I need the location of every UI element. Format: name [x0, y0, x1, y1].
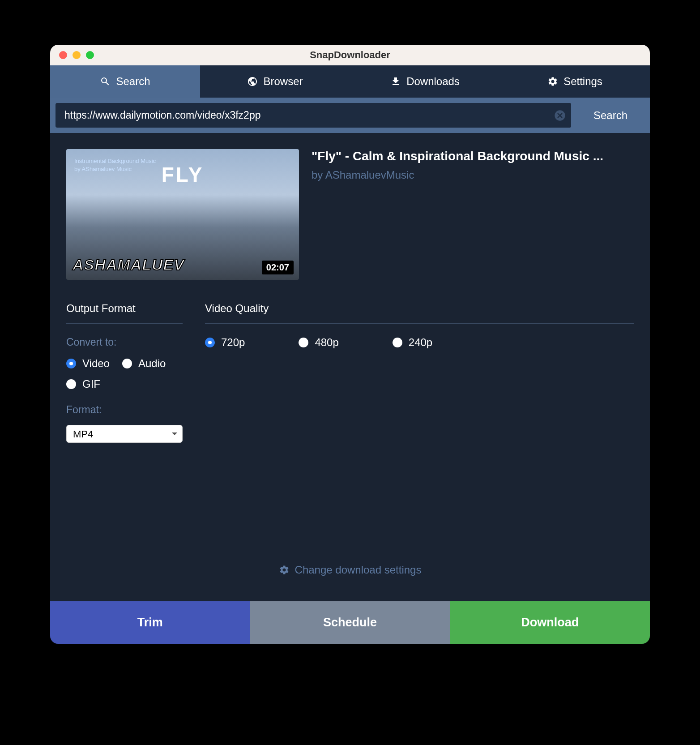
traffic-lights: [50, 51, 94, 59]
radio-audio[interactable]: Audio: [122, 357, 166, 370]
thumbnail-caption: Instrumental Background Music by AShamal…: [74, 157, 156, 173]
schedule-button[interactable]: Schedule: [250, 601, 450, 644]
video-title: "Fly" - Calm & Inspirational Background …: [312, 149, 634, 163]
format-select[interactable]: MP4: [66, 425, 183, 443]
radio-gif[interactable]: GIF: [66, 378, 100, 390]
radio-label: 480p: [315, 336, 338, 349]
radio-label: GIF: [82, 378, 100, 390]
video-quality-header: Video Quality: [205, 302, 634, 324]
change-settings-label: Change download settings: [295, 564, 422, 576]
maximize-window-button[interactable]: [86, 51, 94, 59]
duration-badge: 02:07: [262, 261, 294, 274]
gear-icon: [547, 76, 558, 87]
video-info: Instrumental Background Music by AShamal…: [66, 149, 634, 280]
tab-label: Settings: [563, 75, 602, 88]
radio-720p[interactable]: 720p: [205, 336, 245, 349]
change-download-settings-link[interactable]: Change download settings: [66, 550, 634, 585]
clear-input-button[interactable]: [549, 103, 571, 128]
format-label: Format:: [66, 404, 183, 416]
radio-label: 720p: [221, 336, 245, 349]
output-format-section: Output Format Convert to: Video Audio GI…: [66, 302, 183, 443]
search-bar: Search: [50, 98, 650, 133]
tab-settings[interactable]: Settings: [500, 65, 650, 98]
tab-label: Browser: [263, 75, 303, 88]
radio-label: Audio: [138, 357, 166, 370]
url-input[interactable]: [55, 103, 571, 128]
radio-indicator: [66, 359, 76, 368]
radio-indicator: [122, 359, 132, 368]
close-window-button[interactable]: [59, 51, 67, 59]
minimize-window-button[interactable]: [73, 51, 81, 59]
options-row: Output Format Convert to: Video Audio GI…: [66, 302, 634, 443]
thumb-caption-line: Instrumental Background Music: [74, 157, 156, 165]
format-select-wrap: MP4: [66, 425, 183, 443]
radio-indicator: [299, 338, 308, 347]
action-bar: Trim Schedule Download: [50, 601, 650, 644]
search-button[interactable]: Search: [576, 103, 645, 128]
content-area: Instrumental Background Music by AShamal…: [50, 133, 650, 601]
titlebar: SnapDownloader: [50, 45, 650, 65]
quality-options: 720p 480p 240p: [205, 336, 634, 349]
radio-video[interactable]: Video: [66, 357, 110, 370]
radio-label: 240p: [409, 336, 432, 349]
convert-options: Video Audio GIF: [66, 357, 183, 390]
window-title: SnapDownloader: [310, 49, 390, 61]
radio-480p[interactable]: 480p: [299, 336, 338, 349]
tab-downloads[interactable]: Downloads: [350, 65, 500, 98]
video-quality-section: Video Quality 720p 480p 240p: [205, 302, 634, 443]
globe-icon: [247, 76, 258, 87]
app-window: SnapDownloader Search Browser Downloads …: [50, 45, 650, 644]
close-circle-icon: [554, 109, 566, 122]
main-tabs: Search Browser Downloads Settings: [50, 65, 650, 98]
thumbnail-title: FLY: [162, 163, 204, 187]
radio-indicator: [66, 379, 76, 389]
output-format-header: Output Format: [66, 302, 183, 324]
radio-240p[interactable]: 240p: [393, 336, 432, 349]
search-icon: [100, 76, 111, 87]
video-thumbnail: Instrumental Background Music by AShamal…: [66, 149, 299, 280]
radio-indicator: [393, 338, 402, 347]
trim-button[interactable]: Trim: [50, 601, 250, 644]
video-meta: "Fly" - Calm & Inspirational Background …: [312, 149, 634, 280]
tab-label: Search: [116, 75, 150, 88]
radio-indicator: [205, 338, 215, 347]
gear-icon: [279, 565, 290, 575]
convert-to-label: Convert to:: [66, 336, 183, 348]
download-button[interactable]: Download: [450, 601, 650, 644]
tab-search[interactable]: Search: [50, 65, 200, 98]
thumbnail-badge: ASHAMALUEV: [73, 256, 184, 274]
tab-browser[interactable]: Browser: [200, 65, 350, 98]
radio-label: Video: [82, 357, 110, 370]
download-icon: [390, 76, 401, 87]
tab-label: Downloads: [406, 75, 460, 88]
video-author: by AShamaluevMusic: [312, 169, 634, 181]
thumb-caption-line: by AShamaluev Music: [74, 165, 156, 173]
